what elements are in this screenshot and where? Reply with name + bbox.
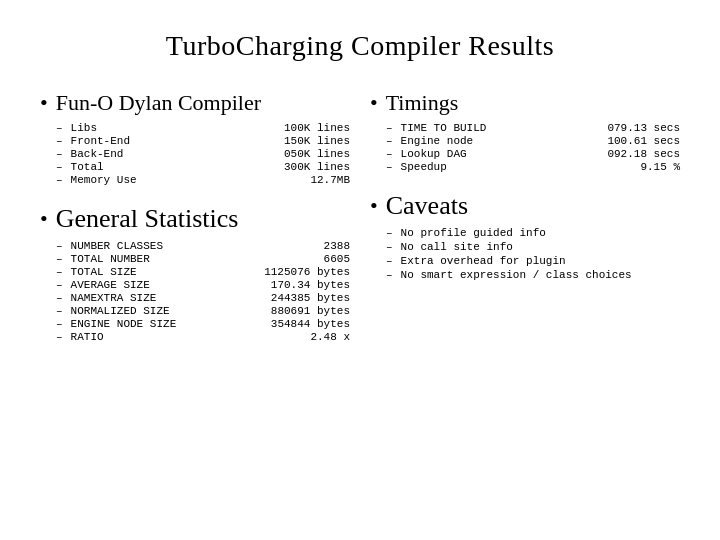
item-label: Libs [71, 122, 284, 134]
item-label: NAMEXTRA SIZE [71, 292, 271, 304]
list-item: TIME TO BUILD 079.13 secs [386, 122, 680, 134]
list-item: NAMEXTRA SIZE 244385 bytes [56, 292, 350, 304]
list-item: Extra overhead for plugin [386, 255, 680, 267]
list-item: Lookup DAG 092.18 secs [386, 148, 680, 160]
list-item: AVERAGE SIZE 170.34 bytes [56, 279, 350, 291]
item-value: 079.13 secs [607, 122, 680, 134]
item-value: 2388 [324, 240, 350, 252]
item-value: 1125076 bytes [264, 266, 350, 278]
list-item: No profile guided info [386, 227, 680, 239]
item-label: No profile guided info [401, 227, 680, 239]
item-value: 150K lines [284, 135, 350, 147]
list-item: Front-End 150K lines [56, 135, 350, 147]
item-value: 300K lines [284, 161, 350, 173]
item-label: TIME TO BUILD [401, 122, 608, 134]
item-label: NUMBER CLASSES [71, 240, 324, 252]
item-value: 100.61 secs [607, 135, 680, 147]
list-item: Memory Use 12.7MB [56, 174, 350, 186]
fun-o-list: Libs 100K lines Front-End 150K lines Bac… [40, 122, 350, 186]
item-value: 100K lines [284, 122, 350, 134]
item-label: No call site info [401, 241, 680, 253]
item-value: 9.15 % [640, 161, 680, 173]
main-columns: • Fun-O Dylan Compiler Libs 100K lines F… [40, 90, 680, 361]
list-item: TOTAL NUMBER 6605 [56, 253, 350, 265]
general-stats-bullet: • [40, 206, 48, 232]
item-label: Total [71, 161, 284, 173]
item-label: Back-End [71, 148, 284, 160]
list-item: Engine node 100.61 secs [386, 135, 680, 147]
fun-o-header: • Fun-O Dylan Compiler [40, 90, 350, 116]
page: TurboCharging Compiler Results • Fun-O D… [0, 0, 720, 540]
item-value: 880691 bytes [271, 305, 350, 317]
list-item: NORMALIZED SIZE 880691 bytes [56, 305, 350, 317]
item-label: ENGINE NODE SIZE [71, 318, 271, 330]
item-label: AVERAGE SIZE [71, 279, 271, 291]
caveats-list: No profile guided info No call site info… [370, 227, 680, 281]
item-value: 170.34 bytes [271, 279, 350, 291]
item-value: 092.18 secs [607, 148, 680, 160]
item-label: TOTAL NUMBER [71, 253, 324, 265]
timings-list: TIME TO BUILD 079.13 secs Engine node 10… [370, 122, 680, 173]
item-label: RATIO [71, 331, 311, 343]
list-item: ENGINE NODE SIZE 354844 bytes [56, 318, 350, 330]
list-item: RATIO 2.48 x [56, 331, 350, 343]
item-value: 354844 bytes [271, 318, 350, 330]
list-item: No call site info [386, 241, 680, 253]
list-item: Speedup 9.15 % [386, 161, 680, 173]
item-value: 6605 [324, 253, 350, 265]
list-item: TOTAL SIZE 1125076 bytes [56, 266, 350, 278]
item-label: No smart expression / class choices [401, 269, 680, 281]
fun-o-title: Fun-O Dylan Compiler [56, 90, 261, 116]
left-column: • Fun-O Dylan Compiler Libs 100K lines F… [40, 90, 350, 361]
item-value: 050K lines [284, 148, 350, 160]
item-label: Lookup DAG [401, 148, 608, 160]
item-label: TOTAL SIZE [71, 266, 265, 278]
item-value: 12.7MB [310, 174, 350, 186]
caveats-bullet: • [370, 193, 378, 219]
item-label: Memory Use [71, 174, 311, 186]
item-label: Speedup [401, 161, 641, 173]
item-label: Front-End [71, 135, 284, 147]
fun-o-bullet: • [40, 90, 48, 116]
page-title: TurboCharging Compiler Results [40, 30, 680, 62]
general-stats-title: General Statistics [56, 204, 239, 234]
list-item: Total 300K lines [56, 161, 350, 173]
item-label: Extra overhead for plugin [401, 255, 680, 267]
item-label: Engine node [401, 135, 608, 147]
timings-title: Timings [386, 90, 459, 116]
list-item: Back-End 050K lines [56, 148, 350, 160]
caveats-header: • Caveats [370, 191, 680, 221]
list-item: Libs 100K lines [56, 122, 350, 134]
right-column: • Timings TIME TO BUILD 079.13 secs Engi… [370, 90, 680, 361]
item-value: 244385 bytes [271, 292, 350, 304]
caveats-title: Caveats [386, 191, 468, 221]
timings-header: • Timings [370, 90, 680, 116]
item-value: 2.48 x [310, 331, 350, 343]
item-label: NORMALIZED SIZE [71, 305, 271, 317]
list-item: NUMBER CLASSES 2388 [56, 240, 350, 252]
list-item: No smart expression / class choices [386, 269, 680, 281]
general-stats-list: NUMBER CLASSES 2388 TOTAL NUMBER 6605 TO… [40, 240, 350, 343]
timings-bullet: • [370, 90, 378, 116]
general-stats-header: • General Statistics [40, 204, 350, 234]
